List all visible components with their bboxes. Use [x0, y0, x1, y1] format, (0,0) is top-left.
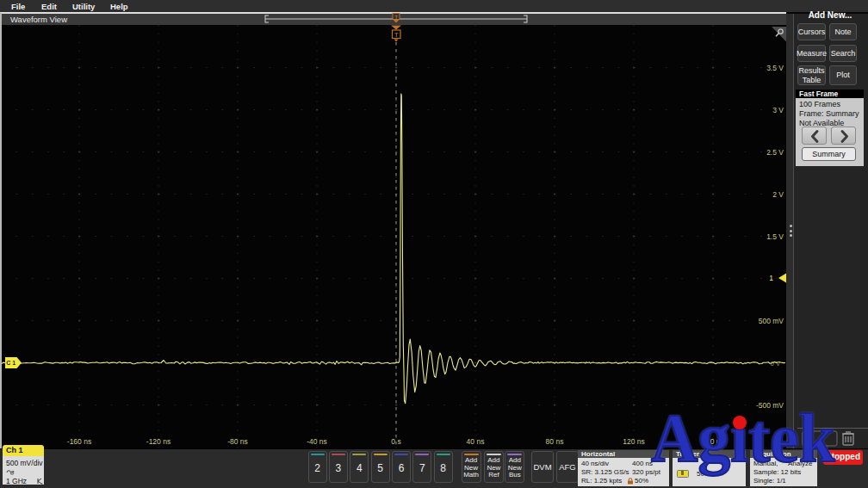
- svg-text:T: T: [394, 31, 399, 39]
- svg-text:40 ns: 40 ns: [467, 437, 485, 446]
- svg-text:3 V: 3 V: [772, 106, 784, 114]
- svg-text:1.5 V: 1.5 V: [766, 232, 784, 241]
- svg-text:T: T: [394, 15, 398, 20]
- svg-text:2 V: 2 V: [772, 190, 784, 199]
- svg-text:3.5 V: 3.5 V: [766, 64, 784, 72]
- svg-text:-80 ns: -80 ns: [227, 437, 248, 446]
- svg-text:1: 1: [769, 274, 773, 282]
- svg-text:2.5 V: 2.5 V: [766, 148, 784, 157]
- svg-text:-160 ns: -160 ns: [67, 437, 91, 446]
- svg-text:500 mV: 500 mV: [759, 317, 784, 325]
- svg-text:-120 ns: -120 ns: [146, 437, 170, 446]
- svg-text:-40 ns: -40 ns: [307, 437, 327, 446]
- svg-text:120 ns: 120 ns: [623, 437, 645, 446]
- svg-text:C 1: C 1: [6, 360, 16, 366]
- svg-text:80 ns: 80 ns: [546, 437, 564, 446]
- svg-text:0 s: 0 s: [391, 437, 400, 446]
